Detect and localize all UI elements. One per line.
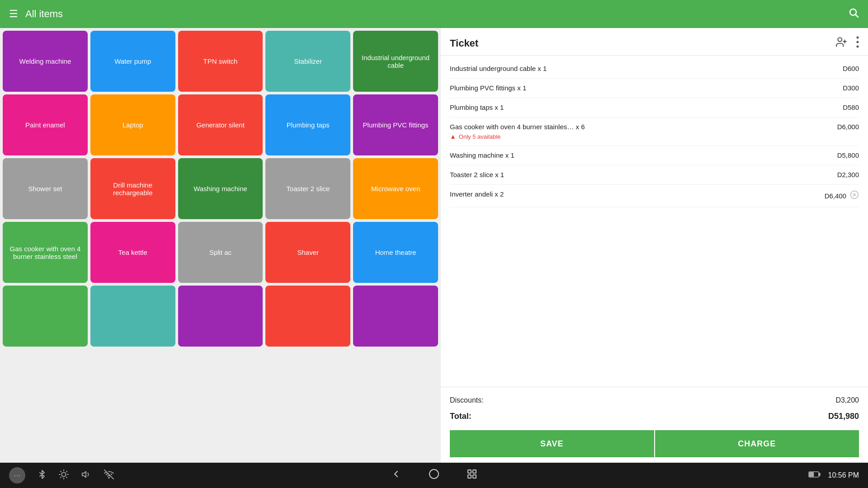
ticket-item-price: D600 <box>843 65 859 72</box>
menu-icon[interactable]: ☰ <box>9 8 18 20</box>
svg-rect-26 <box>468 475 471 478</box>
ticket-item-price-area: D6,000 <box>837 123 859 131</box>
more-apps-button[interactable]: ··· <box>9 467 25 483</box>
svg-text:3: 3 <box>810 473 812 477</box>
ticket-item-price-area: D600 <box>843 65 859 72</box>
item-card[interactable]: Split ac <box>178 222 263 283</box>
ticket-line-item: Gas cooker with oven 4 burner stainles… … <box>450 117 859 146</box>
header: ☰ All items <box>0 0 868 28</box>
svg-point-7 <box>857 46 859 48</box>
back-icon[interactable] <box>391 469 401 482</box>
bluetooth-icon[interactable] <box>38 469 46 482</box>
svg-point-5 <box>857 37 859 39</box>
charge-button[interactable]: CHARGE <box>655 430 859 457</box>
ticket-item-name: Industrial underground cable x 1 <box>450 65 547 72</box>
search-icon[interactable] <box>848 7 859 21</box>
svg-rect-25 <box>473 470 476 473</box>
more-apps-icon: ··· <box>14 471 20 480</box>
item-card[interactable] <box>265 286 350 347</box>
ticket-item-price: D2,300 <box>837 171 859 178</box>
ticket-item-info: Plumbing taps x 1 <box>450 103 504 112</box>
add-person-icon[interactable] <box>835 36 847 51</box>
total-row: Total: D51,980 <box>450 408 859 425</box>
item-card[interactable]: Shaver <box>265 222 350 283</box>
item-card[interactable]: Paint enamel <box>3 94 88 155</box>
volume-icon[interactable] <box>81 469 91 482</box>
more-options-icon[interactable] <box>856 36 859 51</box>
ticket-panel: Ticket I <box>441 28 868 463</box>
item-card[interactable]: Home theatre <box>353 222 438 283</box>
item-card[interactable]: Microwave oven <box>353 158 438 219</box>
ticket-item-name: Washing machine x 1 <box>450 151 514 159</box>
ticket-item-price-area: D300 <box>843 84 859 92</box>
wifi-off-icon[interactable] <box>104 469 114 482</box>
item-card[interactable]: Stabilizer <box>265 31 350 92</box>
ticket-header: Ticket <box>441 28 868 56</box>
svg-line-15 <box>66 477 67 477</box>
item-card[interactable]: Laptop <box>90 94 175 155</box>
ticket-item-name: Gas cooker with oven 4 burner stainles… … <box>450 123 585 131</box>
ticket-item-info: Industrial underground cable x 1 <box>450 65 547 73</box>
item-card[interactable] <box>3 286 88 347</box>
item-card[interactable] <box>353 286 438 347</box>
delete-item-icon[interactable] <box>850 190 859 202</box>
item-card[interactable]: Gas cooker with oven 4 burner stainless … <box>3 222 88 283</box>
item-card[interactable]: Water pump <box>90 31 175 92</box>
discounts-value: D3,200 <box>835 396 859 404</box>
item-card[interactable]: Plumbing PVC fittings <box>353 94 438 155</box>
ticket-item-info: Washing machine x 1 <box>450 151 514 160</box>
brightness-icon[interactable] <box>59 469 69 482</box>
item-card[interactable] <box>90 286 175 347</box>
svg-rect-24 <box>468 470 471 473</box>
item-card[interactable]: Industrial underground cable <box>353 31 438 92</box>
home-icon[interactable] <box>429 469 439 482</box>
item-card[interactable]: Drill machine rechargeable <box>90 158 175 219</box>
ticket-item-name: Plumbing taps x 1 <box>450 103 504 111</box>
ticket-item-info: Gas cooker with oven 4 burner stainles… … <box>450 123 585 140</box>
ticket-item-name: Toaster 2 slice x 1 <box>450 171 504 178</box>
app: ☰ All items Welding machineWater pumpTPN… <box>0 0 868 488</box>
nav-center <box>391 469 477 482</box>
nav-left: ··· <box>9 467 114 483</box>
item-card[interactable]: Generator silent <box>178 94 263 155</box>
svg-point-22 <box>108 477 109 478</box>
ticket-line-item: Industrial underground cable x 1D600 <box>450 59 859 79</box>
ticket-items-list: Industrial underground cable x 1D600Plum… <box>441 56 868 387</box>
svg-line-18 <box>61 477 61 477</box>
ticket-item-price-area: D6,400 <box>825 190 859 202</box>
total-value: D51,980 <box>828 412 859 421</box>
item-card[interactable]: Toaster 2 slice <box>265 158 350 219</box>
page-title: All items <box>25 8 848 20</box>
item-card[interactable]: Shower set <box>3 158 88 219</box>
svg-line-14 <box>61 471 61 471</box>
ticket-item-price: D6,000 <box>837 123 859 131</box>
item-card[interactable]: Washing machine <box>178 158 263 219</box>
nav-bar: ··· <box>0 463 868 488</box>
item-card[interactable]: Tea kettle <box>90 222 175 283</box>
item-card[interactable] <box>178 286 263 347</box>
recents-icon[interactable] <box>467 469 477 482</box>
ticket-item-price: D6,400 <box>825 192 846 200</box>
ticket-line-item: Inverter andeli x 2D6,400 <box>450 185 859 207</box>
warning-text: Only 5 available <box>459 133 501 140</box>
battery-icon: 3 <box>808 471 821 480</box>
main-content: Welding machineWater pumpTPN switchStabi… <box>0 28 868 463</box>
svg-point-2 <box>838 38 842 42</box>
ticket-line-item: Plumbing taps x 1D580 <box>450 98 859 117</box>
item-card[interactable]: Plumbing taps <box>265 94 350 155</box>
ticket-item-info: Inverter andeli x 2 <box>450 190 504 198</box>
item-card[interactable]: Welding machine <box>3 31 88 92</box>
svg-marker-20 <box>82 471 86 477</box>
svg-point-11 <box>61 472 66 476</box>
items-grid: Welding machineWater pumpTPN switchStabi… <box>3 31 438 347</box>
item-card[interactable]: TPN switch <box>178 31 263 92</box>
ticket-item-info: Plumbing PVC fittings x 1 <box>450 84 526 92</box>
warning-icon: ▲ <box>450 133 456 140</box>
ticket-actions: SAVE CHARGE <box>450 425 859 457</box>
ticket-item-price: D580 <box>843 103 859 111</box>
ticket-item-name: Plumbing PVC fittings x 1 <box>450 84 526 92</box>
discounts-row: Discounts: D3,200 <box>450 393 859 408</box>
save-button[interactable]: SAVE <box>450 430 654 457</box>
total-label: Total: <box>450 412 472 421</box>
ticket-line-item: Washing machine x 1D5,800 <box>450 146 859 165</box>
